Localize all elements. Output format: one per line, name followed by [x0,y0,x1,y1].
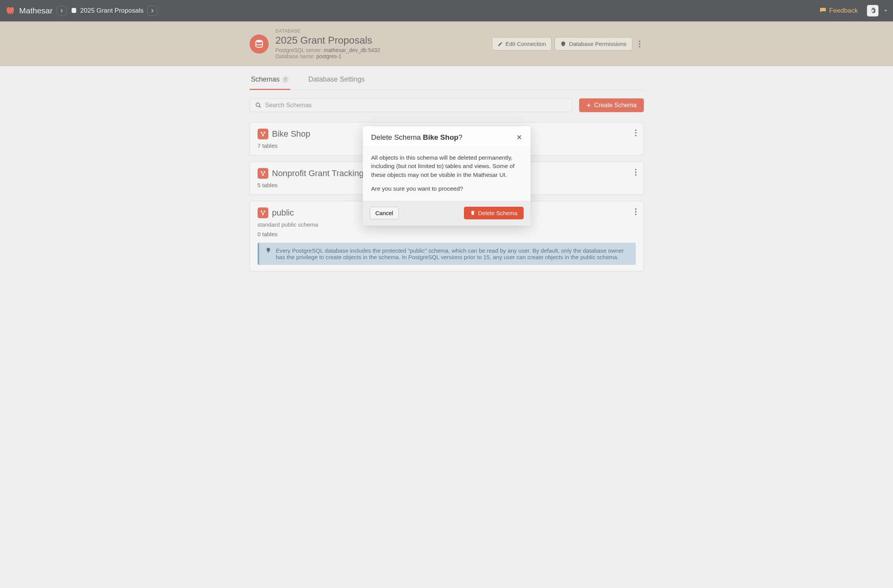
delete-schema-button[interactable]: Delete Schema [464,207,524,219]
cancel-button[interactable]: Cancel [370,207,399,219]
modal-body: All objects in this schema will be delet… [363,147,531,201]
modal-title: Delete Schema Bike Shop? [371,133,463,142]
close-icon[interactable]: ✕ [516,133,522,142]
trash-icon [470,210,475,216]
modal-overlay: Delete Schema Bike Shop? ✕ All objects i… [0,0,893,293]
delete-schema-modal: Delete Schema Bike Shop? ✕ All objects i… [363,126,531,225]
